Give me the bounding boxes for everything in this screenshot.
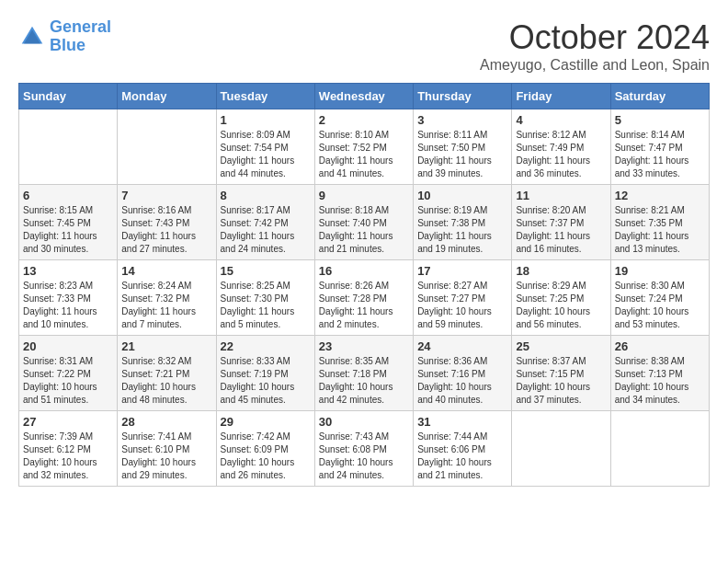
day-header-wednesday: Wednesday: [314, 84, 413, 109]
day-number: 24: [417, 339, 507, 353]
calendar-table: SundayMondayTuesdayWednesdayThursdayFrid…: [18, 83, 710, 487]
cell-info: Sunrise: 7:42 AM Sunset: 6:09 PM Dayligh…: [221, 431, 311, 482]
calendar-cell: 14Sunrise: 8:24 AM Sunset: 7:32 PM Dayli…: [118, 260, 216, 336]
cell-info: Sunrise: 8:24 AM Sunset: 7:32 PM Dayligh…: [121, 280, 211, 331]
month-title: October 2024: [480, 18, 710, 57]
day-number: 11: [516, 189, 606, 202]
cell-info: Sunrise: 8:26 AM Sunset: 7:28 PM Dayligh…: [319, 280, 409, 331]
cell-info: Sunrise: 8:33 AM Sunset: 7:19 PM Dayligh…: [221, 355, 311, 407]
cell-info: Sunrise: 8:37 AM Sunset: 7:15 PM Dayligh…: [516, 355, 606, 407]
day-number: 26: [615, 339, 705, 353]
location-subtitle: Ameyugo, Castille and Leon, Spain: [480, 57, 710, 74]
day-header-friday: Friday: [512, 84, 610, 109]
page-header: General Blue October 2024 Ameyugo, Casti…: [18, 18, 710, 74]
logo: General Blue: [18, 18, 111, 55]
day-number: 20: [23, 339, 113, 353]
day-number: 2: [319, 113, 409, 127]
day-number: 4: [516, 113, 606, 127]
day-number: 9: [319, 189, 409, 202]
calendar-cell: 20Sunrise: 8:31 AM Sunset: 7:22 PM Dayli…: [19, 336, 118, 411]
day-number: 14: [121, 264, 211, 278]
cell-info: Sunrise: 8:20 AM Sunset: 7:37 PM Dayligh…: [516, 204, 606, 256]
cell-info: Sunrise: 8:15 AM Sunset: 7:45 PM Dayligh…: [23, 204, 113, 256]
cell-info: Sunrise: 8:35 AM Sunset: 7:18 PM Dayligh…: [319, 355, 409, 407]
calendar-cell: 16Sunrise: 8:26 AM Sunset: 7:28 PM Dayli…: [314, 260, 413, 336]
cell-info: Sunrise: 8:23 AM Sunset: 7:33 PM Dayligh…: [23, 280, 113, 331]
calendar-week-5: 27Sunrise: 7:39 AM Sunset: 6:12 PM Dayli…: [19, 411, 710, 487]
cell-info: Sunrise: 8:38 AM Sunset: 7:13 PM Dayligh…: [615, 355, 705, 407]
day-number: 5: [615, 113, 705, 127]
calendar-cell: 29Sunrise: 7:42 AM Sunset: 6:09 PM Dayli…: [216, 411, 314, 487]
cell-info: Sunrise: 8:32 AM Sunset: 7:21 PM Dayligh…: [121, 355, 211, 407]
day-header-sunday: Sunday: [19, 84, 118, 109]
cell-info: Sunrise: 8:18 AM Sunset: 7:40 PM Dayligh…: [319, 204, 409, 256]
calendar-cell: [118, 109, 216, 185]
cell-info: Sunrise: 8:27 AM Sunset: 7:27 PM Dayligh…: [417, 280, 507, 331]
day-number: 23: [319, 339, 409, 353]
cell-info: Sunrise: 8:12 AM Sunset: 7:49 PM Dayligh…: [516, 129, 606, 180]
day-number: 8: [221, 189, 311, 202]
day-number: 31: [417, 415, 507, 429]
day-number: 1: [221, 113, 311, 127]
day-header-saturday: Saturday: [610, 84, 709, 109]
calendar-cell: 11Sunrise: 8:20 AM Sunset: 7:37 PM Dayli…: [512, 185, 610, 260]
day-number: 22: [221, 339, 311, 353]
calendar-cell: 27Sunrise: 7:39 AM Sunset: 6:12 PM Dayli…: [19, 411, 118, 487]
calendar-cell: [610, 411, 709, 487]
day-number: 17: [417, 264, 507, 278]
cell-info: Sunrise: 8:17 AM Sunset: 7:42 PM Dayligh…: [221, 204, 311, 256]
calendar-cell: [19, 109, 118, 185]
calendar-week-4: 20Sunrise: 8:31 AM Sunset: 7:22 PM Dayli…: [19, 336, 710, 411]
cell-info: Sunrise: 7:44 AM Sunset: 6:06 PM Dayligh…: [417, 431, 507, 482]
calendar-cell: 26Sunrise: 8:38 AM Sunset: 7:13 PM Dayli…: [610, 336, 709, 411]
calendar-cell: 19Sunrise: 8:30 AM Sunset: 7:24 PM Dayli…: [610, 260, 709, 336]
calendar-header: SundayMondayTuesdayWednesdayThursdayFrid…: [19, 84, 710, 109]
calendar-cell: 23Sunrise: 8:35 AM Sunset: 7:18 PM Dayli…: [314, 336, 413, 411]
day-number: 3: [417, 113, 507, 127]
day-number: 30: [319, 415, 409, 429]
cell-info: Sunrise: 8:36 AM Sunset: 7:16 PM Dayligh…: [417, 355, 507, 407]
calendar-cell: 2Sunrise: 8:10 AM Sunset: 7:52 PM Daylig…: [314, 109, 413, 185]
calendar-cell: 8Sunrise: 8:17 AM Sunset: 7:42 PM Daylig…: [216, 185, 314, 260]
calendar-week-2: 6Sunrise: 8:15 AM Sunset: 7:45 PM Daylig…: [19, 185, 710, 260]
cell-info: Sunrise: 8:21 AM Sunset: 7:35 PM Dayligh…: [615, 204, 705, 256]
day-number: 15: [221, 264, 311, 278]
logo-icon: [18, 23, 46, 51]
cell-info: Sunrise: 8:25 AM Sunset: 7:30 PM Dayligh…: [221, 280, 311, 331]
calendar-week-1: 1Sunrise: 8:09 AM Sunset: 7:54 PM Daylig…: [19, 109, 710, 185]
calendar-cell: 7Sunrise: 8:16 AM Sunset: 7:43 PM Daylig…: [118, 185, 216, 260]
day-number: 29: [221, 415, 311, 429]
day-number: 28: [121, 415, 211, 429]
calendar-cell: 9Sunrise: 8:18 AM Sunset: 7:40 PM Daylig…: [314, 185, 413, 260]
day-number: 10: [417, 189, 507, 202]
day-header-thursday: Thursday: [414, 84, 512, 109]
calendar-cell: 3Sunrise: 8:11 AM Sunset: 7:50 PM Daylig…: [414, 109, 512, 185]
title-block: October 2024 Ameyugo, Castille and Leon,…: [480, 18, 710, 74]
cell-info: Sunrise: 8:16 AM Sunset: 7:43 PM Dayligh…: [121, 204, 211, 256]
calendar-cell: 6Sunrise: 8:15 AM Sunset: 7:45 PM Daylig…: [19, 185, 118, 260]
calendar-cell: 21Sunrise: 8:32 AM Sunset: 7:21 PM Dayli…: [118, 336, 216, 411]
cell-info: Sunrise: 8:11 AM Sunset: 7:50 PM Dayligh…: [417, 129, 507, 180]
calendar-cell: 30Sunrise: 7:43 AM Sunset: 6:08 PM Dayli…: [314, 411, 413, 487]
calendar-cell: 24Sunrise: 8:36 AM Sunset: 7:16 PM Dayli…: [414, 336, 512, 411]
cell-info: Sunrise: 8:29 AM Sunset: 7:25 PM Dayligh…: [516, 280, 606, 331]
logo-text: General Blue: [50, 18, 111, 55]
cell-info: Sunrise: 8:31 AM Sunset: 7:22 PM Dayligh…: [23, 355, 113, 407]
day-number: 21: [121, 339, 211, 353]
calendar-week-3: 13Sunrise: 8:23 AM Sunset: 7:33 PM Dayli…: [19, 260, 710, 336]
calendar-cell: 15Sunrise: 8:25 AM Sunset: 7:30 PM Dayli…: [216, 260, 314, 336]
calendar-cell: 18Sunrise: 8:29 AM Sunset: 7:25 PM Dayli…: [512, 260, 610, 336]
calendar-cell: 10Sunrise: 8:19 AM Sunset: 7:38 PM Dayli…: [414, 185, 512, 260]
day-number: 16: [319, 264, 409, 278]
day-number: 27: [23, 415, 113, 429]
cell-info: Sunrise: 7:39 AM Sunset: 6:12 PM Dayligh…: [23, 431, 113, 482]
calendar-cell: 12Sunrise: 8:21 AM Sunset: 7:35 PM Dayli…: [610, 185, 709, 260]
day-number: 25: [516, 339, 606, 353]
calendar-cell: 1Sunrise: 8:09 AM Sunset: 7:54 PM Daylig…: [216, 109, 314, 185]
day-number: 19: [615, 264, 705, 278]
calendar-cell: 13Sunrise: 8:23 AM Sunset: 7:33 PM Dayli…: [19, 260, 118, 336]
day-number: 13: [23, 264, 113, 278]
cell-info: Sunrise: 8:14 AM Sunset: 7:47 PM Dayligh…: [615, 129, 705, 180]
cell-info: Sunrise: 8:09 AM Sunset: 7:54 PM Dayligh…: [221, 129, 311, 180]
cell-info: Sunrise: 8:30 AM Sunset: 7:24 PM Dayligh…: [615, 280, 705, 331]
